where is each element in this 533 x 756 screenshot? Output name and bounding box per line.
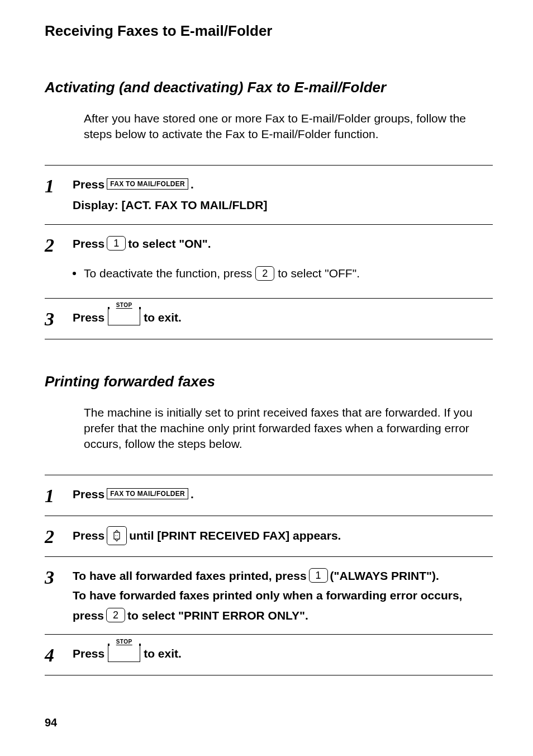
step-text: To have forwarded faxes printed only whe… bbox=[73, 587, 493, 604]
bullet-text: To deactivate the function, press bbox=[84, 264, 252, 282]
step-number: 3 bbox=[45, 309, 73, 329]
fax-to-mail-folder-key: FAX TO MAIL/FOLDER bbox=[107, 488, 188, 499]
page-number: 94 bbox=[45, 716, 57, 729]
step-number: 2 bbox=[45, 526, 73, 546]
step-text: . bbox=[191, 485, 194, 503]
stop-key-label: STOP bbox=[108, 301, 140, 309]
step-text: press bbox=[73, 607, 104, 625]
step-row: 2 Press until [PRINT RECEIVED FAX] appea… bbox=[45, 516, 493, 557]
arrow-key-icon bbox=[107, 526, 127, 545]
page-header: Receiving Faxes to E-mail/Folder bbox=[45, 22, 493, 40]
step-text: Press bbox=[73, 309, 104, 327]
section2-intro: The machine is initially set to print re… bbox=[84, 405, 493, 452]
fax-to-mail-folder-key: FAX TO MAIL/FOLDER bbox=[107, 178, 188, 190]
step-text: To have all forwarded faxes printed, pre… bbox=[73, 567, 307, 585]
key-2: 2 bbox=[106, 608, 125, 622]
step-text: to select "ON". bbox=[128, 235, 211, 253]
step-text: Press bbox=[73, 527, 104, 545]
step-row: 4 Press STOP to exit. bbox=[45, 635, 493, 675]
step-row: 2 Press 1 to select "ON". To deactivate … bbox=[45, 225, 493, 299]
step-row: 3 To have all forwarded faxes printed, p… bbox=[45, 557, 493, 635]
step-number: 1 bbox=[45, 485, 73, 505]
step-text: until [PRINT RECEIVED FAX] appears. bbox=[129, 527, 341, 545]
step-text: ("ALWAYS PRINT"). bbox=[330, 567, 439, 585]
step-row: 3 Press STOP to exit. bbox=[45, 299, 493, 339]
step-text: to select "PRINT ERROR ONLY". bbox=[127, 607, 308, 625]
step-text: Press bbox=[73, 645, 104, 663]
step-number: 3 bbox=[45, 567, 73, 625]
section-heading-activating: Activating (and deactivating) Fax to E-m… bbox=[45, 79, 493, 96]
step-row: 1 Press FAX TO MAIL/FOLDER . bbox=[45, 475, 493, 516]
sub-bullet: To deactivate the function, press 2 to s… bbox=[73, 264, 493, 282]
step-body: Press STOP to exit. bbox=[73, 309, 493, 329]
step-body: Press 1 to select "ON". To deactivate th… bbox=[73, 235, 493, 288]
bullet-text: to select "OFF". bbox=[278, 264, 360, 282]
step-text: Press bbox=[73, 176, 104, 193]
step-number: 2 bbox=[45, 235, 73, 288]
step-text: Press bbox=[73, 235, 104, 253]
step-body: Press FAX TO MAIL/FOLDER . Display: [ACT… bbox=[73, 176, 493, 214]
step-text: . bbox=[191, 176, 194, 193]
step-number: 4 bbox=[45, 645, 73, 665]
key-1: 1 bbox=[309, 568, 328, 583]
step-text: to exit. bbox=[144, 309, 182, 327]
step-text: Press bbox=[73, 485, 104, 503]
stop-key-label: STOP bbox=[108, 637, 140, 646]
bullet-icon bbox=[73, 272, 76, 275]
section1-intro: After you have stored one or more Fax to… bbox=[84, 111, 493, 143]
key-1: 1 bbox=[107, 236, 126, 251]
step-body: Press STOP to exit. bbox=[73, 645, 493, 665]
step-body: To have all forwarded faxes printed, pre… bbox=[73, 567, 493, 625]
display-output: Display: [ACT. FAX TO MAIL/FLDR] bbox=[73, 196, 493, 214]
stop-key: STOP bbox=[108, 309, 140, 325]
step-body: Press FAX TO MAIL/FOLDER . bbox=[73, 485, 493, 505]
step-body: Press until [PRINT RECEIVED FAX] appears… bbox=[73, 526, 493, 546]
section1-steps: 1 Press FAX TO MAIL/FOLDER . Display: [A… bbox=[45, 165, 493, 339]
step-row: 1 Press FAX TO MAIL/FOLDER . Display: [A… bbox=[45, 166, 493, 225]
section-heading-printing: Printing forwarded faxes bbox=[45, 373, 493, 390]
step-text: to exit. bbox=[144, 645, 182, 663]
stop-key: STOP bbox=[108, 645, 140, 662]
step-number: 1 bbox=[45, 176, 73, 214]
key-2: 2 bbox=[255, 266, 274, 281]
section2-steps: 1 Press FAX TO MAIL/FOLDER . 2 Press bbox=[45, 475, 493, 676]
